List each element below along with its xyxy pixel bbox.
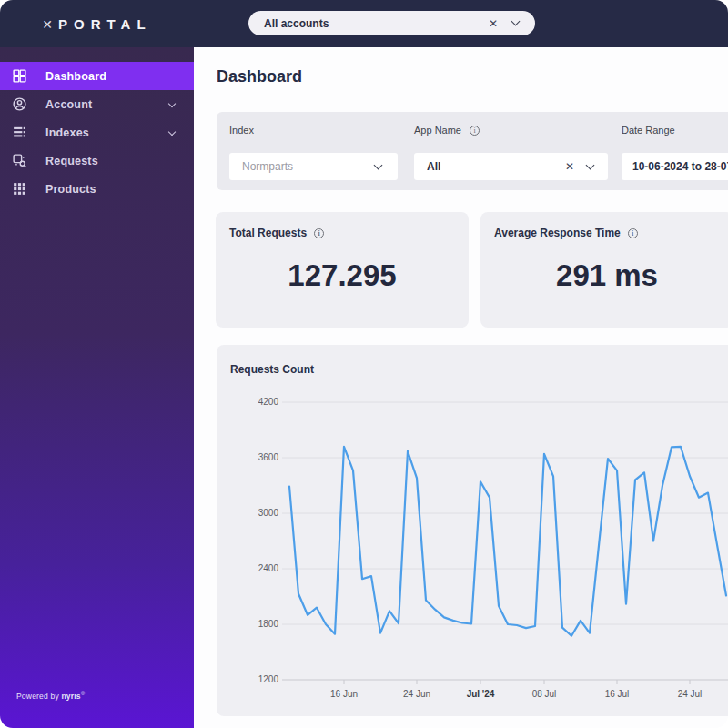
user-circle-icon — [12, 96, 27, 112]
sidebar-item-requests[interactable]: Requests — [0, 147, 194, 175]
chevron-down-icon[interactable] — [511, 17, 521, 26]
dashboard-grid-icon — [12, 68, 27, 84]
image-search-icon — [12, 153, 27, 168]
stat-card-title-text: Total Requests — [229, 227, 307, 239]
sidebar-item-account[interactable]: Account — [0, 90, 194, 118]
portal-logo: PORTAL — [58, 16, 152, 32]
app-name-filter-label: App Name i — [414, 125, 480, 136]
info-icon[interactable]: i — [470, 126, 480, 136]
sidebar-item-label: Indexes — [46, 126, 89, 139]
clear-app-icon[interactable]: ✕ — [565, 160, 574, 173]
chevron-down-icon — [168, 99, 176, 106]
powered-by-text: Powered by — [16, 692, 61, 701]
nyris-brand: nyris — [61, 692, 80, 701]
stat-card-title: Average Response Timei — [494, 227, 638, 239]
app-name-label-text: App Name — [414, 125, 461, 136]
topbar: ✕ PORTAL All accounts ✕ — [0, 0, 728, 47]
portal-dashboard-screen: ✕ PORTAL All accounts ✕ Dashboard — [0, 0, 728, 728]
sidebar-item-label: Dashboard — [46, 70, 106, 83]
sidebar-item-indexes[interactable]: Indexes — [0, 118, 194, 147]
list-rows-icon — [12, 125, 27, 140]
app-name-select[interactable]: All ✕ — [414, 153, 608, 180]
filter-bar: Index App Name i Date Range Normparts Al… — [217, 112, 728, 190]
sidebar-item-dashboard[interactable]: Dashboard — [0, 62, 194, 90]
chevron-down-icon — [586, 160, 595, 169]
grid-dots-icon — [12, 181, 27, 197]
stat-card-total-requests: Total Requestsi 127.295 — [216, 212, 469, 328]
close-icon: ✕ — [42, 17, 53, 32]
index-select-value: Normparts — [242, 160, 375, 173]
powered-by-nyris: Powered by nyris® — [16, 691, 85, 701]
clear-account-icon[interactable]: ✕ — [489, 17, 498, 30]
account-selector-value: All accounts — [264, 17, 489, 30]
sidebar-nav: Dashboard Account — [0, 62, 194, 203]
info-icon[interactable]: i — [628, 228, 638, 238]
total-requests-value: 127.295 — [216, 258, 469, 293]
sidebar-item-products[interactable]: Products — [0, 175, 194, 203]
sidebar: Dashboard Account — [0, 47, 194, 728]
index-select[interactable]: Normparts — [229, 153, 398, 180]
stat-card-title-text: Average Response Time — [494, 227, 621, 239]
page-title: Dashboard — [217, 67, 302, 86]
date-range-value: 10-06-2024 to 28-07-2024 — [632, 160, 728, 173]
date-range-input[interactable]: 10-06-2024 to 28-07-2024 — [622, 153, 728, 180]
app-name-select-value: All — [427, 160, 565, 173]
avg-response-time-value: 291 ms — [480, 258, 728, 293]
sidebar-item-label: Requests — [46, 155, 98, 167]
requests-count-chart-panel: Requests Count 4200360030002400180012001… — [217, 345, 728, 716]
account-selector[interactable]: All accounts ✕ — [248, 11, 535, 35]
stat-card-avg-response-time: Average Response Timei 291 ms — [480, 212, 728, 328]
chevron-down-icon — [168, 127, 176, 135]
registered-mark: ® — [81, 691, 86, 696]
index-filter-label: Index — [229, 125, 254, 136]
sidebar-item-label: Products — [46, 183, 96, 196]
date-range-filter-label: Date Range — [622, 125, 675, 136]
requests-count-line-chart: 42003600300024001800120016 Jun24 JunJul … — [217, 345, 728, 716]
sidebar-item-label: Account — [46, 98, 92, 111]
stat-card-title: Total Requestsi — [229, 227, 324, 239]
chevron-down-icon — [374, 160, 383, 169]
info-icon[interactable]: i — [314, 228, 324, 238]
menu-close-button[interactable]: ✕ — [38, 15, 56, 34]
